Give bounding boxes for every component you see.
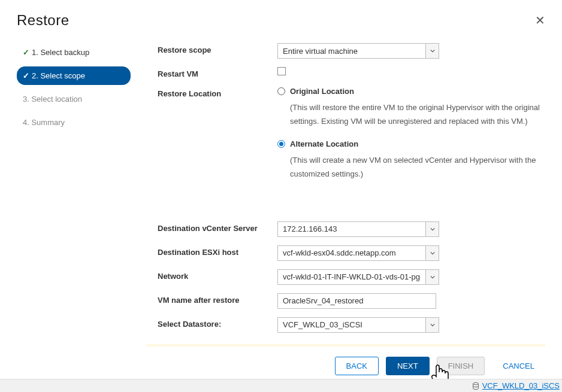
step-summary: 4. Summary [17,113,131,132]
restore-dialog: Restore ✕ ✓1. Select backup ✓2. Select s… [0,0,562,353]
network-label: Network [158,269,277,281]
datastore-icon [472,382,480,390]
finish-button: FINISH [437,357,485,375]
close-icon[interactable]: ✕ [535,13,545,28]
chevron-down-icon[interactable] [426,43,439,59]
alternate-location-radio[interactable]: Alternate Location [277,139,545,148]
dest-esxi-input[interactable] [277,245,426,261]
dialog-body: ✓1. Select backup ✓2. Select scope 3. Se… [17,43,545,341]
next-button[interactable]: NEXT [386,357,430,375]
back-button[interactable]: BACK [335,357,379,375]
progress-bar [146,344,545,347]
dialog-footer: BACK NEXT FINISH CANCEL [335,357,545,375]
dest-vcenter-select[interactable] [277,221,439,237]
network-input[interactable] [277,269,426,285]
original-location-radio[interactable]: Original Location [277,87,545,96]
datastore-label: Select Datastore: [158,317,277,329]
dialog-title: Restore [17,12,70,29]
bottom-strip: VCF_WKLD_03_iSCS [0,379,562,392]
dest-esxi-label: Destination ESXi host [158,245,277,257]
step-select-location: 3. Select location [17,90,131,108]
dialog-header: Restore ✕ [17,12,545,29]
dest-vcenter-input[interactable] [277,221,426,237]
restart-vm-label: Restart VM [158,67,277,78]
alternate-location-desc: (This will create a new VM on selected v… [290,153,545,181]
restore-location-radio-group: Original Location (This will restore the… [277,87,545,181]
chevron-down-icon[interactable] [426,221,439,237]
svg-point-0 [473,382,478,385]
radio-icon [277,140,285,148]
vm-name-input[interactable] [277,293,436,309]
restore-scope-select[interactable] [277,43,439,59]
dest-vcenter-label: Destination vCenter Server [158,221,277,233]
check-icon: ✓ [23,48,29,57]
network-select[interactable] [277,269,439,285]
cancel-button[interactable]: CANCEL [492,357,545,375]
chevron-down-icon[interactable] [426,245,439,261]
restart-vm-checkbox[interactable] [277,67,286,75]
step-select-scope[interactable]: ✓2. Select scope [17,66,131,85]
dest-esxi-select[interactable] [277,245,439,261]
restore-location-label: Restore Location [158,87,277,98]
restore-scope-input[interactable] [277,43,426,59]
form-content: Restore scope Restart VM Restore Locatio… [131,43,545,341]
wizard-steps: ✓1. Select backup ✓2. Select scope 3. Se… [17,43,131,341]
radio-icon [277,87,285,95]
check-icon: ✓ [23,71,29,80]
original-location-desc: (This will restore the entire VM to the … [290,101,545,129]
vm-name-label: VM name after restore [158,293,277,305]
datastore-link[interactable]: VCF_WKLD_03_iSCS [472,381,560,390]
datastore-select[interactable] [277,317,439,333]
datastore-input[interactable] [277,317,426,333]
restore-scope-label: Restore scope [158,43,277,54]
chevron-down-icon[interactable] [426,317,439,333]
chevron-down-icon[interactable] [426,269,439,285]
step-select-backup[interactable]: ✓1. Select backup [17,43,131,62]
